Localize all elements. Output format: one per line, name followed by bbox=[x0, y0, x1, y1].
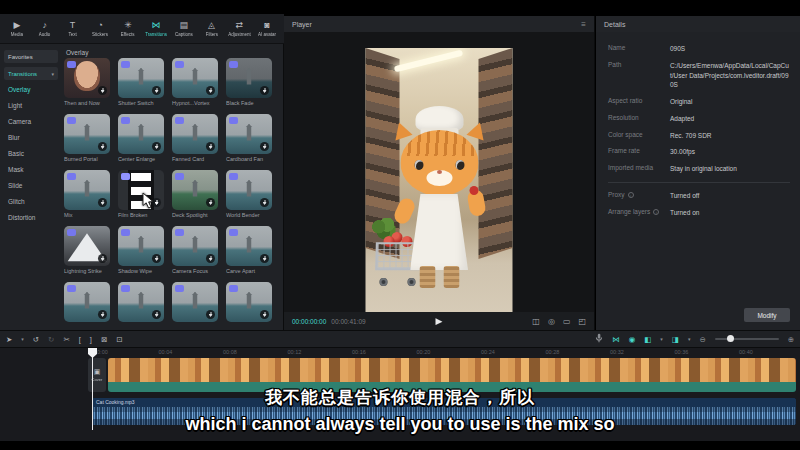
transition-item[interactable]: Mix bbox=[64, 170, 110, 220]
toolbar-tab[interactable]: ▶ Media bbox=[4, 20, 30, 37]
transition-thumbnail[interactable] bbox=[226, 170, 272, 210]
transition-item[interactable]: Hypnot...Vortex bbox=[172, 58, 218, 108]
transition-thumbnail[interactable] bbox=[118, 114, 164, 154]
toolbar-tab-icon: ▤ bbox=[179, 20, 188, 30]
transition-category-item[interactable]: Slide bbox=[0, 178, 60, 194]
freeze-frame-icon[interactable]: ⊡ bbox=[116, 335, 122, 344]
sidebar-item-transitions[interactable]: Transitions ▾ bbox=[4, 67, 58, 80]
toolbar-tab[interactable]: ◬ Filters bbox=[199, 20, 225, 37]
preview-axis-icon[interactable]: ◨ bbox=[672, 335, 679, 344]
toolbar-tab[interactable]: ▤ Captions bbox=[171, 20, 197, 37]
toolbar-tab-icon: ⋈ bbox=[151, 20, 160, 30]
transition-item[interactable] bbox=[226, 282, 272, 330]
transition-thumbnail[interactable] bbox=[64, 114, 110, 154]
split-icon[interactable]: ✂ bbox=[63, 335, 69, 344]
transition-category-item[interactable]: Distortion bbox=[0, 210, 60, 226]
toolbar-tab[interactable]: ✳ Effects bbox=[115, 20, 141, 37]
quality-selector-icon[interactable]: ▭ bbox=[563, 317, 571, 326]
timeline-ruler[interactable]: 00:0000:0400:0800:1200:1600:2000:2400:28… bbox=[94, 349, 800, 358]
transition-item[interactable]: Then and Now bbox=[64, 58, 110, 108]
transition-category-item[interactable]: Camera bbox=[0, 114, 60, 130]
transition-category-item[interactable]: Basic bbox=[0, 146, 60, 162]
transition-thumbnail[interactable] bbox=[172, 114, 218, 154]
transition-thumbnail[interactable] bbox=[64, 170, 110, 210]
transition-item[interactable]: Carve Apart bbox=[226, 226, 272, 276]
toolbar-tab[interactable]: T Text bbox=[60, 20, 86, 37]
fullscreen-icon[interactable]: ◰ bbox=[578, 317, 586, 326]
transition-thumbnail[interactable] bbox=[172, 282, 218, 322]
transition-item[interactable]: Lightning Strike bbox=[64, 226, 110, 276]
select-tool-icon[interactable]: ➤ bbox=[6, 335, 12, 344]
download-icon bbox=[206, 310, 215, 319]
video-clip-thumbnails bbox=[108, 358, 796, 382]
toolbar-tab[interactable]: ◙ AI avatar bbox=[254, 20, 280, 37]
timeline-zoom-slider[interactable] bbox=[715, 338, 779, 340]
select-tool-caret-icon[interactable]: ▾ bbox=[21, 336, 24, 342]
toolbar-tab[interactable]: ♪ Audio bbox=[32, 20, 58, 37]
linkage-caret-icon[interactable]: ▾ bbox=[660, 336, 663, 342]
transition-item[interactable]: Deck Spotlight bbox=[172, 170, 218, 220]
record-voiceover-icon[interactable] bbox=[595, 333, 603, 345]
ruler-timestamp: 00:00 bbox=[94, 349, 159, 358]
transition-category-item[interactable]: Light bbox=[0, 98, 60, 114]
toolbar-tab[interactable]: ◔ Stickers bbox=[87, 20, 113, 37]
toolbar-tab[interactable]: ⋈ Transitions bbox=[143, 20, 169, 37]
preview-axis-caret-icon[interactable]: ▾ bbox=[688, 336, 691, 342]
transition-category-item[interactable]: Blur bbox=[0, 130, 60, 146]
transition-item[interactable]: Shutter Switch bbox=[118, 58, 164, 108]
modify-button[interactable]: Modify bbox=[744, 308, 790, 322]
transition-category-item[interactable]: Overlay bbox=[0, 82, 60, 98]
zoom-in-icon[interactable]: ⊕ bbox=[788, 335, 794, 344]
transition-thumbnail[interactable] bbox=[226, 226, 272, 266]
transition-item[interactable] bbox=[118, 282, 164, 330]
transition-item[interactable] bbox=[172, 282, 218, 330]
transition-item[interactable] bbox=[64, 282, 110, 330]
toolbar-tab-icon: ✳ bbox=[124, 20, 132, 30]
transition-thumbnail[interactable] bbox=[118, 282, 164, 322]
transition-thumbnail[interactable] bbox=[118, 226, 164, 266]
delete-right-icon[interactable]: ] bbox=[90, 335, 92, 344]
transition-thumbnail[interactable] bbox=[64, 282, 110, 322]
capcut-app-window: ▶ Media ♪ Audio T Text ◔ Stickers ✳ Effe… bbox=[0, 0, 800, 450]
sidebar-item-favorites[interactable]: Favorites bbox=[4, 50, 58, 63]
transition-category-item[interactable]: Mask bbox=[0, 162, 60, 178]
transition-item[interactable]: Fanned Card bbox=[172, 114, 218, 164]
transition-thumbnail[interactable] bbox=[226, 58, 272, 98]
main-track-magnet-icon[interactable]: ⋈ bbox=[612, 335, 620, 344]
transition-item[interactable]: Cardboard Fan bbox=[226, 114, 272, 164]
transition-thumbnail[interactable] bbox=[64, 58, 110, 98]
letterbox-bottom bbox=[0, 441, 800, 450]
transition-item[interactable]: Black Fade bbox=[226, 58, 272, 108]
zoom-slider-knob[interactable] bbox=[727, 335, 734, 342]
transition-item[interactable]: Camera Focus bbox=[172, 226, 218, 276]
redo-icon[interactable]: ↻ bbox=[48, 335, 54, 344]
transition-item[interactable]: Center Enlarge bbox=[118, 114, 164, 164]
transition-thumbnail[interactable] bbox=[118, 58, 164, 98]
transition-thumbnail[interactable] bbox=[172, 170, 218, 210]
transition-item[interactable]: Film Broken bbox=[118, 170, 164, 220]
undo-icon[interactable]: ↺ bbox=[33, 335, 39, 344]
transition-thumbnail[interactable] bbox=[172, 58, 218, 98]
transition-thumbnail[interactable] bbox=[64, 226, 110, 266]
transition-category-item[interactable]: Glitch bbox=[0, 194, 60, 210]
mirror-preview-icon[interactable]: ◫ bbox=[532, 317, 540, 326]
focus-icon[interactable]: ◎ bbox=[548, 317, 555, 326]
transition-thumbnail[interactable] bbox=[226, 282, 272, 322]
linkage-icon[interactable]: ◧ bbox=[644, 335, 651, 344]
auto-snap-icon[interactable]: ◉ bbox=[629, 335, 636, 344]
transition-thumbnail[interactable] bbox=[226, 114, 272, 154]
download-icon bbox=[98, 254, 107, 263]
transition-item[interactable]: World Bender bbox=[226, 170, 272, 220]
player-menu-icon[interactable]: ≡ bbox=[581, 20, 586, 29]
delete-icon[interactable]: ⊠ bbox=[101, 335, 107, 344]
delete-left-icon[interactable]: [ bbox=[79, 335, 81, 344]
toolbar-tab-label: Filters bbox=[205, 31, 217, 36]
play-button[interactable]: ▶ bbox=[436, 316, 443, 326]
zoom-out-icon[interactable]: ⊖ bbox=[699, 335, 705, 344]
transition-thumbnail[interactable] bbox=[172, 226, 218, 266]
transition-thumbnail[interactable] bbox=[118, 170, 164, 210]
transition-item[interactable]: Burned Portal bbox=[64, 114, 110, 164]
transition-item[interactable]: Shadow Wipe bbox=[118, 226, 164, 276]
ruler-timestamp: 00:32 bbox=[610, 349, 675, 358]
toolbar-tab[interactable]: ⇄ Adjustment bbox=[226, 20, 252, 37]
